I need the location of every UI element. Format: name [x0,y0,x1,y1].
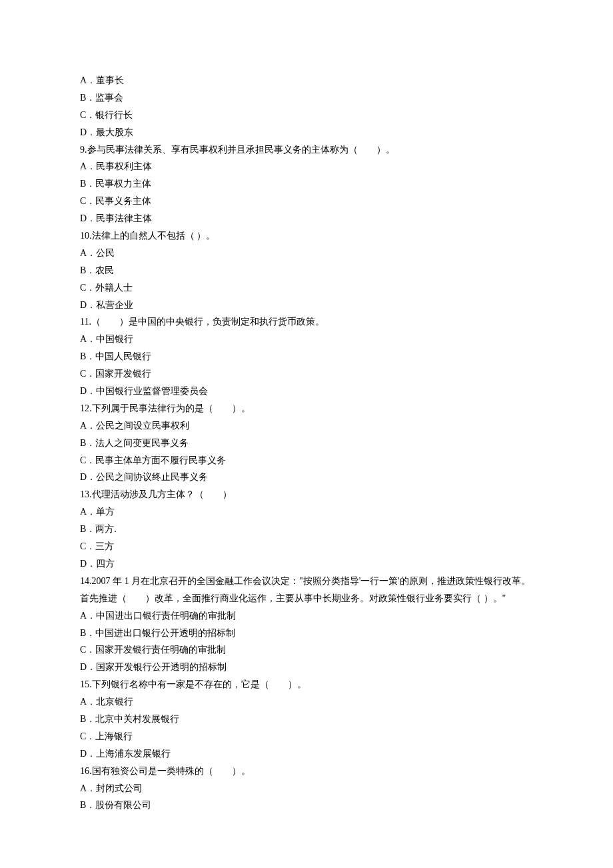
option-line: B．中国进出口银行公开透明的招标制 [80,625,533,642]
option-line: C．外籍人士 [80,279,533,297]
option-line: C．国家开发银行 [80,365,533,383]
option-line: B．中国人民银行 [80,348,533,365]
option-line: A．公民 [80,245,533,262]
option-line: C．民事主体单方面不履行民事义务 [80,452,533,469]
option-line: A．单方 [80,503,533,521]
option-line: A．中国进出口银行责任明确的审批制 [80,607,533,625]
option-line: D．四方 [80,555,533,573]
option-line: D．公民之间协议终止民事义务 [80,469,533,486]
question-line: 12.下列属于民事法律行为的是（ ）。 [80,400,533,417]
option-line: A．封闭式公司 [80,780,533,797]
option-line: C．民事义务主体 [80,193,533,210]
question-line: 14.2007 年 1 月在北京召开的全国金融工作会议决定："按照分类指导'一行… [80,573,533,607]
option-line: C．三方 [80,538,533,555]
option-line: C．银行行长 [80,107,533,124]
option-line: B．股份有限公司 [80,797,533,814]
document-page: A．董事长 B．监事会 C．银行行长 D．最大股东 9.参与民事法律关系、享有民… [0,0,613,868]
option-line: A．北京银行 [80,693,533,711]
option-line: B．两方. [80,521,533,538]
option-line: D．民事法律主体 [80,210,533,227]
question-line: 10.法律上的自然人不包括（ ）。 [80,227,533,245]
option-line: A．董事长 [80,72,533,89]
option-line: D．最大股东 [80,124,533,141]
option-line: C．国家开发银行责任明确的审批制 [80,641,533,659]
option-line: D．上海浦东发展银行 [80,745,533,763]
option-line: D．中国银行业监督管理委员会 [80,383,533,400]
option-line: A．民事权利主体 [80,158,533,175]
option-line: D．国家开发银行公开透明的招标制 [80,659,533,676]
option-line: B．农民 [80,262,533,279]
question-line: 16.国有独资公司是一类特殊的（ ）。 [80,763,533,780]
option-line: A．公民之间设立民事权利 [80,417,533,435]
question-line: 15.下列银行名称中有一家是不存在的，它是（ ）。 [80,676,533,693]
option-line: A．中国银行 [80,331,533,348]
option-line: B．民事权力主体 [80,175,533,193]
option-line: B．监事会 [80,89,533,107]
option-line: B．北京中关村发展银行 [80,711,533,728]
question-line: 11.（ ）是中国的中央银行，负责制定和执行货币政策。 [80,313,533,331]
option-line: C．上海银行 [80,728,533,745]
option-line: D．私营企业 [80,297,533,314]
question-line: 13.代理活动涉及几方主体？（ ） [80,486,533,503]
question-line: 9.参与民事法律关系、享有民事权利并且承担民事义务的主体称为（ ）。 [80,141,533,159]
option-line: B．法人之间变更民事义务 [80,435,533,452]
